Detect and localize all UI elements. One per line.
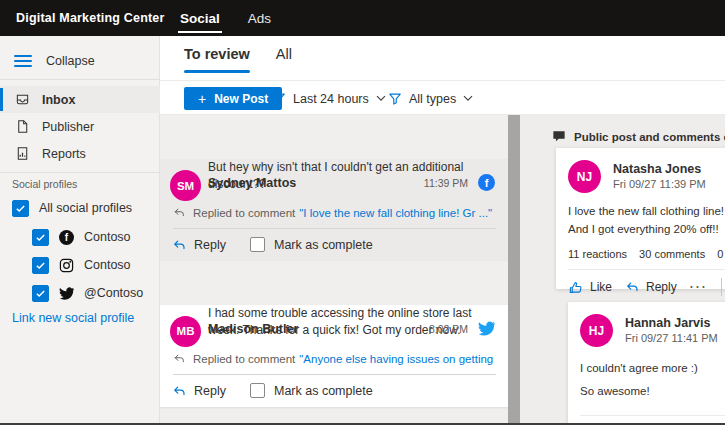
comment-body: I love the new fall clothing line! Great… — [568, 203, 725, 239]
comment-body: I couldn't agree more :) So awesome! — [580, 357, 725, 403]
detail-panel-title: Public post and comments on Facebook — [574, 131, 725, 143]
more-options-button[interactable]: ··· — [690, 280, 708, 294]
top-bar: Digital Marketing Center Social Ads — [0, 0, 725, 36]
scrollbar-thumb[interactable] — [508, 115, 520, 425]
filter-time-label: Last 24 hours — [293, 92, 369, 106]
reports-icon — [15, 146, 30, 161]
avatar: MB — [170, 316, 201, 347]
profile-label: Contoso — [84, 230, 131, 244]
comment-stats: 11 reactions 30 comments 0 shares View — [568, 248, 725, 260]
hamburger-icon — [14, 52, 32, 70]
profile-twitter-contoso[interactable]: @Contoso — [32, 281, 143, 305]
top-tab-social[interactable]: Social — [180, 0, 220, 36]
mark-as-complete-checkbox[interactable]: Mark as complete — [250, 383, 373, 398]
replied-prefix: Replied to comment — [193, 353, 295, 365]
app-title: Digital Marketing Center — [16, 11, 165, 25]
instagram-icon — [59, 258, 74, 273]
filter-type[interactable]: All types — [388, 87, 473, 110]
filter-time-range[interactable]: Last 24 hours — [272, 87, 386, 110]
divider — [721, 278, 722, 296]
like-button[interactable]: Like — [568, 279, 612, 294]
reply-icon — [172, 239, 186, 251]
sidebar-item-inbox[interactable]: Inbox — [0, 86, 160, 113]
all-social-profiles-label: All social profiles — [39, 201, 132, 215]
avatar: SM — [170, 170, 201, 201]
comment-card-natasha-jones[interactable]: NJ Natasha Jones Fri 09/27 11:39 PM I lo… — [556, 148, 725, 289]
facebook-icon: f — [478, 174, 495, 191]
collapse-label: Collapse — [46, 54, 95, 68]
avatar: HJ — [580, 314, 613, 347]
comment-author: Hannah Jarvis — [625, 316, 718, 330]
comment-icon — [552, 130, 566, 143]
shares-count: 0 shares — [717, 248, 725, 260]
comment-time: Fri 09/27 11:41 PM — [625, 332, 718, 344]
chevron-down-icon — [376, 95, 386, 102]
comments-count: 30 comments — [639, 248, 705, 260]
post-card-sydney-mattos[interactable]: SM Sydney Mattos 11:39 PM f But hey why … — [160, 159, 508, 261]
main-header: To review All + New Post Last 24 hours A… — [160, 36, 725, 115]
twitter-icon — [478, 320, 495, 337]
reply-button[interactable]: Reply — [625, 280, 677, 294]
all-social-profiles-checkbox[interactable]: All social profiles — [12, 196, 132, 220]
thumb-up-icon — [568, 279, 583, 294]
comment-author: Natasha Jones — [613, 162, 706, 176]
reply-arrow-icon — [173, 207, 185, 218]
replied-to-comment-row: Replied to comment "Anyone else having i… — [173, 353, 496, 375]
profile-instagram-contoso[interactable]: Contoso — [32, 253, 131, 277]
profile-label: @Contoso — [84, 286, 143, 300]
replied-comment-link[interactable]: "Anyone else having issues on getting on… — [299, 353, 496, 365]
comment-time: Fri 09/27 11:39 PM — [613, 178, 706, 190]
post-author: Madison Butler — [208, 322, 298, 336]
divider — [0, 79, 160, 80]
inbox-icon — [15, 92, 30, 107]
facebook-icon: f — [59, 230, 74, 245]
post-author: Sydney Mattos — [208, 176, 296, 190]
sidebar-item-publisher[interactable]: Publisher — [0, 113, 160, 140]
top-nav: Social Ads — [180, 0, 271, 36]
sidebar: Collapse Inbox Publisher Reports Social … — [0, 36, 160, 425]
funnel-icon — [272, 92, 286, 106]
sidebar-item-reports[interactable]: Reports — [0, 140, 160, 167]
new-post-button[interactable]: + New Post — [184, 87, 282, 110]
sidebar-item-label: Inbox — [42, 93, 75, 107]
publisher-icon — [15, 119, 30, 134]
checkbox-unchecked-icon — [250, 237, 265, 252]
checkbox-unchecked-icon — [250, 383, 265, 398]
divider — [0, 172, 160, 173]
funnel-icon — [388, 92, 402, 106]
reactions-count: 11 reactions — [568, 248, 627, 260]
inbox-post-list: SM Sydney Mattos 11:39 PM f But hey why … — [160, 115, 508, 425]
mark-as-complete-checkbox[interactable]: Mark as complete — [250, 237, 373, 252]
detail-panel: Public post and comments on Facebook NJ … — [520, 115, 725, 425]
post-card-madison-butler[interactable]: MB Madison Butler 8:02 PM I had some tro… — [160, 305, 508, 407]
reply-button[interactable]: Reply — [172, 238, 226, 252]
reply-arrow-icon — [173, 353, 185, 364]
checkbox-checked-icon — [32, 257, 49, 274]
profile-facebook-contoso[interactable]: f Contoso — [32, 225, 131, 249]
reply-icon — [625, 281, 639, 293]
replied-comment-link[interactable]: "I love the new fall clothing line! Gr .… — [299, 207, 492, 219]
list-scrollbar — [508, 115, 520, 425]
sidebar-item-label: Reports — [42, 147, 86, 161]
tab-all[interactable]: All — [276, 46, 292, 71]
link-new-social-profile[interactable]: Link new social profile — [12, 311, 134, 325]
checkbox-checked-icon — [12, 200, 29, 217]
replied-prefix: Replied to comment — [193, 207, 295, 219]
twitter-icon — [59, 286, 74, 301]
comment-card-hannah-jarvis[interactable]: HJ Hannah Jarvis Fri 09/27 11:41 PM I co… — [568, 302, 725, 425]
avatar: NJ — [568, 160, 601, 193]
profile-label: Contoso — [84, 258, 131, 272]
chevron-down-icon — [463, 95, 473, 102]
filter-type-label: All types — [409, 92, 456, 106]
plus-icon: + — [198, 91, 206, 107]
checkbox-checked-icon — [32, 229, 49, 246]
tab-to-review[interactable]: To review — [184, 46, 250, 71]
collapse-button[interactable]: Collapse — [0, 46, 160, 76]
social-profiles-heading: Social profiles — [12, 178, 77, 190]
post-time: 11:39 PM — [424, 177, 468, 189]
post-time: 8:02 PM — [429, 323, 468, 335]
sidebar-item-label: Publisher — [42, 120, 94, 134]
top-tab-ads[interactable]: Ads — [248, 0, 271, 36]
reply-button[interactable]: Reply — [172, 384, 226, 398]
divider — [160, 80, 725, 81]
